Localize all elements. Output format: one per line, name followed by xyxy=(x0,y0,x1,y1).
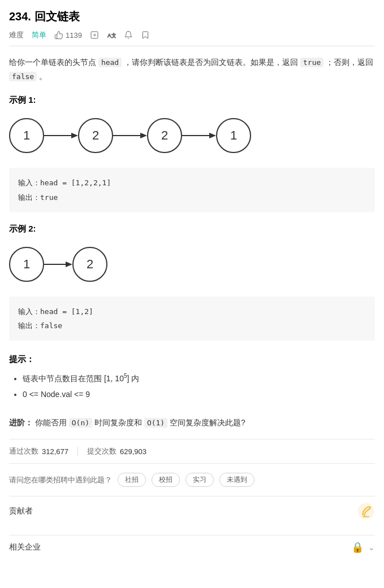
related-right: 🔒 ⌄ xyxy=(351,541,375,554)
example2-box: 输入：head = [1,2] 输出：false xyxy=(9,297,375,341)
false-code: false xyxy=(9,72,37,81)
related-companies-row[interactable]: 相关企业 🔒 ⌄ xyxy=(9,535,375,559)
arrow-3 xyxy=(182,130,216,141)
example1-box: 输入：head = [1,2,2,1] 输出：true xyxy=(9,168,375,212)
hints-list: 链表中节点数目在范围 [1, 105] 内 0 <= Node.val <= 9 xyxy=(9,371,375,402)
stat-submitted-label: 提交次数 xyxy=(87,446,117,456)
desc-period: 。 xyxy=(39,72,47,81)
recruitment-label: 请问您在哪类招聘中遇到此题？ xyxy=(9,475,112,485)
stat-passed-value: 312,677 xyxy=(42,447,68,456)
contributors-label: 贡献者 xyxy=(9,506,33,516)
stat-submitted-value: 629,903 xyxy=(120,447,146,456)
head-code: head xyxy=(98,58,122,67)
hint-item-1: 链表中节点数目在范围 [1, 105] 内 xyxy=(23,371,375,386)
desc-text3: ；否则，返回 xyxy=(326,58,373,67)
thumbup-icon xyxy=(54,31,63,40)
translate-icon-group[interactable]: A文 xyxy=(107,31,116,40)
problem-title: 234. 回文链表 xyxy=(9,9,375,24)
arrow-1 xyxy=(44,130,78,141)
arrow-svg-1 xyxy=(44,130,78,141)
tag-xiaohao[interactable]: 校招 xyxy=(152,473,180,487)
advanced-title: 进阶： xyxy=(9,418,33,427)
arrow-2 xyxy=(113,130,147,141)
contributors-row: 贡献者 xyxy=(9,496,375,526)
likes-count: 1139 xyxy=(66,31,82,40)
problem-description: 给你一个单链表的头节点 head ，请你判断该链表是否为回文链表。如果是，返回 … xyxy=(9,55,375,84)
example1-title: 示例 1: xyxy=(9,95,375,106)
stat-submitted: 提交次数 629,903 xyxy=(87,446,146,456)
arrow-e2-1 xyxy=(44,259,72,270)
tag-shehui[interactable]: 社招 xyxy=(118,473,146,487)
advanced-section: 进阶： 你能否用 O(n) 时间复杂度和 O(1) 空间复杂度解决此题? xyxy=(9,416,375,430)
example2-diagram: 1 2 xyxy=(9,241,375,288)
svg-marker-5 xyxy=(140,133,147,138)
stats-row: 通过次数 312,677 提交次数 629,903 xyxy=(9,439,375,464)
example1-diagram: 1 2 2 1 xyxy=(9,112,375,159)
desc-text1: 给你一个单链表的头节点 xyxy=(9,58,96,67)
translate-icon: A文 xyxy=(107,31,116,40)
tag-shixi[interactable]: 实习 xyxy=(185,473,214,487)
related-companies-label: 相关企业 xyxy=(9,542,41,552)
arrow-svg-e2-1 xyxy=(44,259,72,270)
lock-icon: 🔒 xyxy=(351,541,364,554)
svg-marker-9 xyxy=(66,262,72,267)
example1-input: 输入：head = [1,2,2,1] xyxy=(18,178,111,187)
example2-input: 输入：head = [1,2] xyxy=(18,307,93,316)
svg-text:A文: A文 xyxy=(107,33,116,38)
node-1a: 1 xyxy=(9,118,44,153)
hints-title: 提示： xyxy=(9,354,375,365)
problem-number: 234. xyxy=(9,10,31,23)
hint-item-2: 0 <= Node.val <= 9 xyxy=(23,386,375,402)
node-2b: 2 xyxy=(147,118,182,153)
example2-output: 输出：false xyxy=(18,321,62,330)
arrow-svg-2 xyxy=(113,130,147,141)
advanced-text: 你能否用 O(n) 时间复杂度和 O(1) 空间复杂度解决此题? xyxy=(35,418,245,427)
node-e2-2: 2 xyxy=(72,247,107,282)
true-code: true xyxy=(300,58,323,67)
svg-marker-3 xyxy=(71,133,78,138)
bookmark-icon-group[interactable] xyxy=(141,31,150,40)
hints-section: 提示： 链表中节点数目在范围 [1, 105] 内 0 <= Node.val … xyxy=(9,354,375,402)
stat-divider xyxy=(77,447,78,456)
recruitment-row: 请问您在哪类招聘中遇到此题？ 社招 校招 实习 未遇到 xyxy=(9,473,375,487)
svg-marker-7 xyxy=(209,133,216,138)
like-icon-group[interactable]: 1139 xyxy=(54,31,82,40)
bell-icon-group[interactable] xyxy=(124,31,133,40)
problem-title-text: 回文链表 xyxy=(34,10,80,23)
difficulty-badge: 简单 xyxy=(32,30,46,40)
hint1-pre: 链表中节点数目在范围 [1, 10 xyxy=(23,374,124,383)
arrow-svg-3 xyxy=(182,130,216,141)
desc-text2: ，请你判断该链表是否为回文链表。如果是，返回 xyxy=(124,58,298,67)
lc-logo xyxy=(357,502,375,520)
meta-row: 难度 简单 1139 A文 xyxy=(9,30,375,46)
stat-passed-label: 通过次数 xyxy=(9,446,38,456)
node-1b: 1 xyxy=(216,118,251,153)
node-e2-1: 1 xyxy=(9,247,44,282)
tag-weiyudao[interactable]: 未遇到 xyxy=(219,473,254,487)
bookmark-icon xyxy=(141,31,150,40)
hint1-post: ] 内 xyxy=(127,374,139,383)
share-icon xyxy=(90,31,99,40)
stat-passed: 通过次数 312,677 xyxy=(9,446,68,456)
node-2a: 2 xyxy=(78,118,113,153)
example1-output: 输出：true xyxy=(18,193,58,202)
example2-title: 示例 2: xyxy=(9,224,375,234)
share-icon-group[interactable] xyxy=(90,31,99,40)
bell-icon xyxy=(124,31,133,40)
difficulty-label: 难度 xyxy=(9,30,24,40)
chevron-down-icon: ⌄ xyxy=(368,543,375,552)
